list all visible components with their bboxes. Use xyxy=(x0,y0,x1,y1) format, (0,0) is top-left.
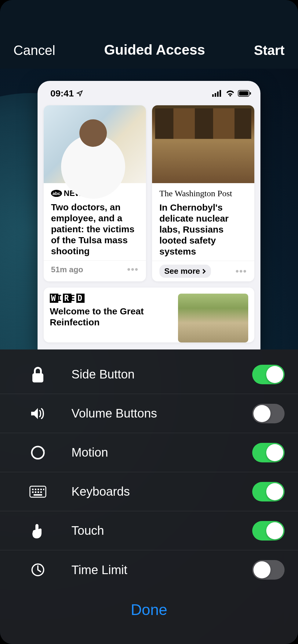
svg-rect-7 xyxy=(32,373,43,382)
more-icon: ••• xyxy=(127,264,139,275)
svg-rect-17 xyxy=(38,491,39,493)
news-card-image xyxy=(44,105,146,183)
svg-rect-2 xyxy=(217,92,219,97)
news-card: WIRED Welcome to the Great Reinfection xyxy=(44,288,254,342)
svg-rect-18 xyxy=(40,491,42,493)
status-bar: 09:41 xyxy=(38,81,260,102)
svg-rect-3 xyxy=(220,90,221,97)
svg-rect-0 xyxy=(212,94,214,97)
svg-rect-10 xyxy=(32,489,34,490)
nav-bar: Cancel Guided Access Start xyxy=(0,0,298,69)
option-touch: Touch xyxy=(0,511,298,550)
news-headline: In Chernobyl's delicate nuclear labs, Ru… xyxy=(159,202,247,257)
location-icon xyxy=(76,90,83,97)
page-title: Guided Access xyxy=(55,42,254,58)
lock-icon xyxy=(29,367,46,382)
news-headline: Two doctors, an employee, and a patient:… xyxy=(51,202,139,257)
cancel-button[interactable]: Cancel xyxy=(13,43,55,58)
app-preview-thumbnail: 09:41 xyxy=(38,81,260,349)
option-volume-buttons: Volume Buttons xyxy=(0,394,298,433)
cellular-icon xyxy=(212,90,223,97)
news-card: The Washington Post In Chernobyl's delic… xyxy=(152,105,254,281)
option-label: Volume Buttons xyxy=(71,407,252,420)
app-preview-area[interactable]: 09:41 xyxy=(0,69,298,349)
svg-rect-6 xyxy=(250,92,251,95)
news-card-image xyxy=(178,294,248,342)
start-button[interactable]: Start xyxy=(254,43,285,58)
news-source: WIRED xyxy=(50,294,172,303)
news-headline: Welcome to the Great Reinfection xyxy=(50,306,172,328)
option-label: Time Limit xyxy=(71,563,252,577)
motion-icon xyxy=(29,445,46,460)
option-label: Keyboards xyxy=(71,485,252,498)
option-label: Side Button xyxy=(71,367,252,381)
see-more-button: See more xyxy=(159,265,211,278)
news-card: abcNEWS Two doctors, an employee, and a … xyxy=(44,105,146,281)
status-time: 09:41 xyxy=(50,88,74,99)
svg-rect-13 xyxy=(40,489,42,490)
svg-rect-11 xyxy=(35,489,36,490)
volume-icon xyxy=(29,407,46,420)
option-keyboards: Keyboards xyxy=(0,472,298,511)
option-side-button: Side Button xyxy=(0,349,298,394)
done-button[interactable]: Done xyxy=(131,601,167,619)
touch-icon xyxy=(29,523,46,539)
svg-rect-16 xyxy=(35,491,36,493)
more-icon: ••• xyxy=(235,266,247,277)
option-label: Touch xyxy=(71,524,252,537)
option-label: Motion xyxy=(71,446,252,459)
news-card-image xyxy=(152,105,254,183)
keyboard-icon xyxy=(29,486,46,498)
done-bar: Done xyxy=(0,589,298,630)
toggle-time-limit[interactable] xyxy=(252,560,285,580)
chevron-right-icon xyxy=(202,269,206,274)
news-timestamp: 51m ago xyxy=(51,265,83,274)
news-source: abcNEWS xyxy=(51,189,139,198)
svg-point-8 xyxy=(32,447,44,459)
toggle-keyboards[interactable] xyxy=(252,482,285,501)
options-sheet: Side Button Volume Buttons Motion Keyboa… xyxy=(0,349,298,644)
option-motion: Motion xyxy=(0,433,298,472)
wifi-icon xyxy=(226,90,235,97)
svg-rect-15 xyxy=(32,491,34,493)
svg-rect-19 xyxy=(34,494,42,496)
news-source: The Washington Post xyxy=(159,189,247,198)
toggle-volume-buttons[interactable] xyxy=(252,404,285,423)
svg-rect-5 xyxy=(239,91,248,96)
option-time-limit: Time Limit xyxy=(0,550,298,589)
toggle-motion[interactable] xyxy=(252,443,285,462)
svg-rect-14 xyxy=(43,489,44,490)
svg-rect-12 xyxy=(38,489,39,490)
timer-icon xyxy=(29,563,46,577)
svg-rect-1 xyxy=(215,93,216,97)
guided-access-screen: Cancel Guided Access Start 09:41 xyxy=(0,0,298,644)
battery-icon xyxy=(238,90,251,97)
toggle-side-button[interactable] xyxy=(252,365,285,384)
toggle-touch[interactable] xyxy=(252,521,285,541)
